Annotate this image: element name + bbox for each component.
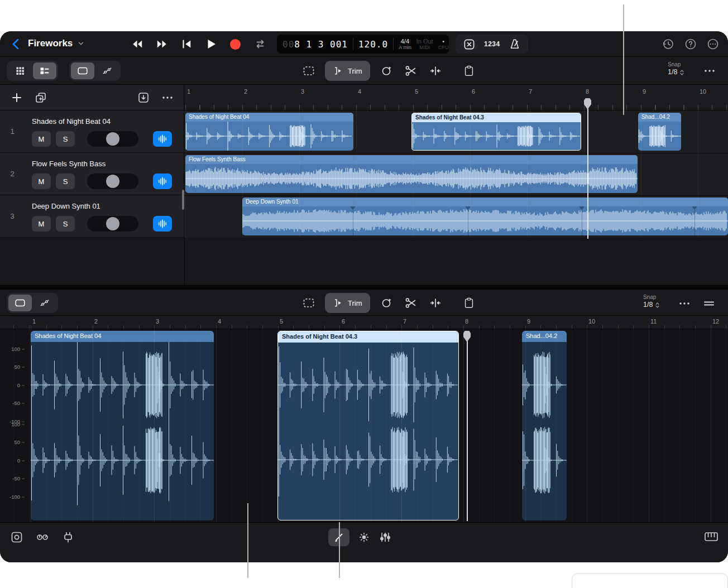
waveform [522, 342, 567, 520]
editor-paste-button[interactable] [461, 295, 477, 311]
editor-join-tool-button[interactable] [427, 295, 444, 311]
region-box-icon [76, 65, 89, 77]
arrange-empty-area [0, 238, 728, 285]
plus-icon [10, 91, 23, 104]
paste-button[interactable] [461, 62, 477, 79]
track-name: Deep Down Synth 01 [32, 202, 100, 210]
track-header-3[interactable]: 3 Deep Down Synth 01 M S [0, 195, 184, 238]
editor-split-divider[interactable] [0, 285, 728, 289]
mixer-button[interactable] [35, 529, 50, 545]
editor-region-shades-of-night-beat-04-3[interactable]: Shades of Night Beat 04.3 [277, 331, 459, 520]
track-panel-more-button[interactable] [160, 90, 175, 105]
volume-slider[interactable] [87, 173, 138, 189]
mute-button[interactable]: M [32, 131, 51, 147]
mute-button[interactable]: M [32, 216, 51, 232]
velocity-tool-button[interactable] [357, 531, 371, 544]
editor-resize-handle[interactable] [702, 296, 716, 311]
back-button[interactable] [9, 37, 23, 51]
join-tool-button[interactable] [427, 62, 444, 79]
automation-display-button[interactable] [95, 62, 119, 79]
editor-trim-tool-button[interactable]: Trim [325, 293, 370, 313]
import-icon [137, 91, 150, 104]
editor-marquee-tool-button[interactable] [300, 295, 317, 311]
no-count-in-button[interactable] [463, 38, 476, 51]
rewind-icon [130, 38, 145, 50]
help-button[interactable] [683, 37, 698, 51]
cycle-button[interactable] [252, 36, 267, 52]
duplicate-track-button[interactable] [33, 90, 48, 105]
solo-button[interactable]: S [56, 173, 75, 189]
volume-slider[interactable] [87, 216, 138, 232]
editor-edit-tools: Trim [300, 293, 477, 313]
edit-mode-tools [328, 528, 392, 546]
join-icon [429, 296, 442, 310]
keyboard-button[interactable] [703, 529, 719, 544]
arrange-ruler[interactable]: 1 2 3 4 5 6 7 8 9 10 [184, 85, 728, 110]
scale-label: 100 [6, 421, 25, 427]
forward-button[interactable] [154, 36, 169, 52]
marquee-tool-button[interactable] [300, 62, 317, 79]
solo-button[interactable]: S [56, 216, 75, 232]
mute-button[interactable]: M [32, 173, 51, 189]
grid-view-button[interactable] [8, 62, 32, 79]
toolbar-more-button[interactable] [702, 64, 717, 78]
faders-icon [379, 531, 392, 544]
loop-icon [380, 64, 393, 78]
track-header-panel: 1 Shades of Night Beat 04 M S 2 Flow Fee… [0, 85, 184, 238]
trim-tool-button[interactable]: Trim [325, 61, 370, 81]
go-to-beginning-button[interactable] [179, 36, 194, 52]
editor-split-tool-button[interactable] [403, 295, 419, 311]
track-header-2[interactable]: 2 Flow Feels Synth Bass M S [0, 153, 184, 195]
track-editor-button[interactable] [153, 131, 172, 147]
editor-regions-button[interactable] [8, 295, 32, 311]
track-header-1[interactable]: 1 Shades of Night Beat 04 M S [0, 110, 184, 153]
x-box-icon [463, 38, 476, 51]
ellipsis-icon [678, 297, 691, 310]
track-editor-button[interactable] [153, 173, 172, 189]
ruler-number: 12 [712, 318, 719, 325]
split-tool-button[interactable] [403, 62, 419, 79]
tracks-view-button[interactable] [33, 62, 56, 79]
editor-region-shad-04-2[interactable]: Shad...04.2 [522, 331, 567, 520]
ruler-number: 8 [465, 318, 468, 325]
transport-controls [130, 31, 267, 57]
transport-bar: Fireworks 008 1 3 001 [0, 31, 728, 57]
region-flow-feels-synth-bass[interactable]: Flow Feels Synth Bass [185, 155, 638, 193]
volume-slider[interactable] [87, 131, 138, 147]
lcd-display[interactable]: 008 1 3 001 120.0 4/4 A min In Out MIDI … [277, 35, 449, 54]
loop-tool-button[interactable] [378, 62, 395, 79]
track-editor-button[interactable] [153, 216, 172, 232]
editor-ruler[interactable]: 1 2 3 4 5 6 7 8 9 10 11 12 [0, 316, 728, 329]
more-button[interactable] [706, 37, 720, 51]
region-shades-of-night-beat-04[interactable]: Shades of Night Beat 04 [185, 113, 353, 151]
rewind-button[interactable] [130, 36, 145, 52]
count-in-button[interactable]: 1234 [484, 40, 500, 48]
solo-button[interactable]: S [56, 131, 75, 147]
editor-snap-control[interactable]: Snap 1/8 [643, 294, 660, 309]
region-shades-of-night-beat-04-3[interactable]: Shades of Night Beat 04.3 [411, 113, 581, 151]
editor-region-shades-of-night-beat-04[interactable]: Shades of Night Beat 04 [31, 331, 214, 520]
project-title-menu[interactable]: Fireworks [28, 38, 85, 49]
record-button[interactable] [228, 36, 243, 52]
import-button[interactable] [136, 90, 151, 105]
forward-icon [155, 38, 169, 50]
edit-tools: Trim [300, 61, 477, 81]
lane-display-group [69, 61, 121, 81]
region-deep-down-synth-01[interactable]: Deep Down Synth 01 [242, 197, 728, 235]
grid-view-icon [15, 65, 26, 76]
editor-automation-button[interactable] [33, 295, 56, 311]
history-button[interactable] [661, 37, 676, 51]
plugins-button[interactable] [60, 529, 76, 545]
track-number: 1 [0, 110, 25, 152]
editor-loop-tool-button[interactable] [378, 295, 395, 311]
pane-resize-handle[interactable] [182, 190, 184, 210]
region-shad-04-2[interactable]: Shad...04.2 [638, 113, 681, 151]
browser-button[interactable] [9, 529, 25, 545]
snap-control[interactable]: Snap 1/8 [668, 61, 685, 76]
regions-display-button[interactable] [71, 62, 94, 79]
play-button[interactable] [203, 36, 218, 52]
editor-more-button[interactable] [677, 296, 692, 311]
faders-tool-button[interactable] [379, 531, 392, 544]
metronome-button[interactable] [509, 38, 521, 50]
add-track-button[interactable] [9, 90, 24, 105]
